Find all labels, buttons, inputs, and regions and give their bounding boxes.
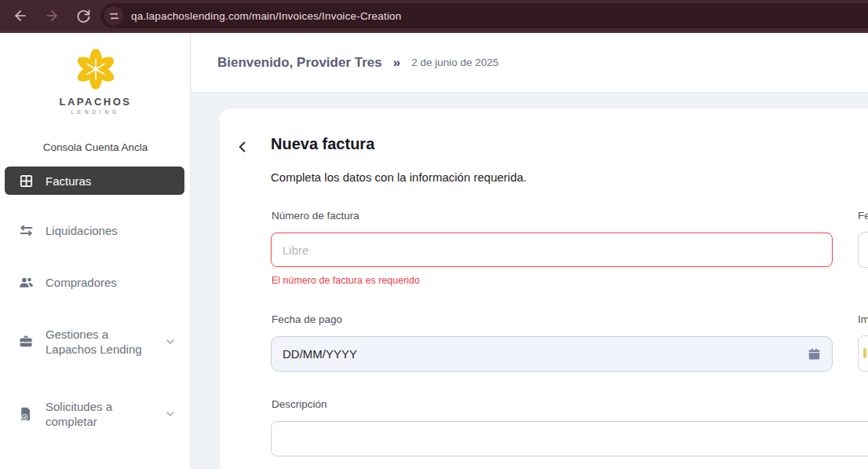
breadcrumb-chevrons-icon: » <box>393 55 400 71</box>
payment-date-label: Fecha de pago <box>272 313 342 325</box>
url-text: qa.lapachoslending.com/main/Invoices/Inv… <box>131 10 402 22</box>
invoice-number-input[interactable]: Libre <box>271 233 833 267</box>
lapachos-flower-logo <box>74 47 118 91</box>
doc-check-icon <box>17 405 35 423</box>
payment-date-input[interactable]: DD/MM/YYYY <box>271 336 833 372</box>
browser-back-button[interactable] <box>9 5 31 27</box>
sidebar-item-solicitudes[interactable]: Solicitudes a completar <box>5 393 184 435</box>
sidebar-item-label: Facturas <box>46 174 177 189</box>
clipped-glyph <box>863 348 866 358</box>
page-subtitle: Completa los datos con la información re… <box>271 170 527 184</box>
sidebar-nav: Facturas Liquidaciones Compradores Gesti… <box>0 167 191 435</box>
url-bar[interactable]: qa.lapachoslending.com/main/Invoices/Inv… <box>100 3 868 28</box>
sidebar-item-label: Gestiones a Lapachos Lending <box>46 327 161 357</box>
page-title: Nueva factura <box>271 135 374 153</box>
sidebar-item-gestiones[interactable]: Gestiones a Lapachos Lending <box>5 321 184 363</box>
console-label: Consola Cuenta Ancla <box>0 141 191 153</box>
invoice-number-label: Número de factura <box>272 210 359 222</box>
welcome-text: Bienvenido, Provider Tres <box>217 55 382 71</box>
sidebar-item-label: Solicitudes a completar <box>46 399 161 429</box>
invoice-number-error: El número de factura es requerido <box>272 275 420 286</box>
description-label: Descripción <box>272 398 327 410</box>
sidebar-item-liquidaciones[interactable]: Liquidaciones <box>5 215 184 245</box>
clipped-field-bottom-label: Im <box>858 313 868 325</box>
main-content: Nueva factura Completa los datos con la … <box>191 93 868 469</box>
swap-icon <box>17 222 35 239</box>
grid-icon <box>17 172 35 189</box>
people-icon <box>17 273 35 291</box>
back-button[interactable] <box>234 138 251 156</box>
description-input[interactable] <box>271 421 868 456</box>
briefcase-icon <box>17 333 35 350</box>
browser-topbar: qa.lapachoslending.com/main/Invoices/Inv… <box>0 0 868 33</box>
header-date: 2 de junio de 2025 <box>411 57 498 68</box>
forward-arrow-icon <box>44 8 60 24</box>
logo-title: LAPACHOS <box>0 96 191 108</box>
calendar-icon[interactable] <box>808 347 821 361</box>
browser-reload-button[interactable] <box>72 5 94 27</box>
back-arrow-icon <box>13 8 28 24</box>
chevron-down-icon <box>164 408 177 420</box>
reload-icon <box>75 8 91 24</box>
clipped-field-top-input[interactable] <box>858 232 868 268</box>
sidebar-item-compradores[interactable]: Compradores <box>5 267 184 297</box>
sidebar-item-facturas[interactable]: Facturas <box>5 167 184 195</box>
clipped-field-top-label: Fe <box>858 210 868 222</box>
page-header: Bienvenido, Provider Tres » 2 de junio d… <box>191 33 868 93</box>
site-settings-icon[interactable] <box>104 6 123 25</box>
logo: LAPACHOS LENDING <box>0 47 191 115</box>
logo-subtitle: LENDING <box>0 109 191 115</box>
invoice-number-placeholder: Libre <box>283 244 308 257</box>
payment-date-value: DD/MM/YYYY <box>283 347 357 361</box>
sidebar: LAPACHOS LENDING Consola Cuenta Ancla Fa… <box>0 33 191 469</box>
chevron-down-icon <box>164 335 177 348</box>
sidebar-item-label: Compradores <box>46 275 177 290</box>
new-invoice-card: Nueva factura Completa los datos con la … <box>220 108 868 469</box>
sidebar-item-label: Liquidaciones <box>46 223 177 238</box>
browser-forward-button[interactable] <box>41 5 63 27</box>
